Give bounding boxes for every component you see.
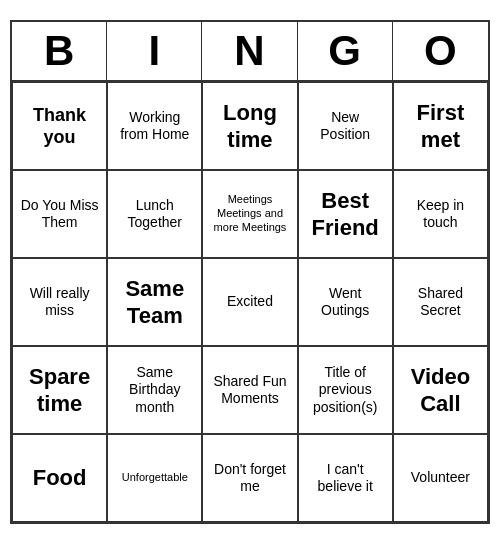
bingo-letter-n: N [202,22,297,80]
bingo-cell-15[interactable]: Spare time [12,346,107,434]
bingo-cell-8[interactable]: Best Friend [298,170,393,258]
bingo-cell-12[interactable]: Excited [202,258,297,346]
bingo-header: BINGO [12,22,488,82]
bingo-cell-2[interactable]: Long time [202,82,297,170]
bingo-letter-i: I [107,22,202,80]
bingo-letter-o: O [393,22,488,80]
bingo-cell-22[interactable]: Don't forget me [202,434,297,522]
bingo-letter-g: G [298,22,393,80]
bingo-cell-19[interactable]: Video Call [393,346,488,434]
bingo-cell-20[interactable]: Food [12,434,107,522]
bingo-cell-9[interactable]: Keep in touch [393,170,488,258]
bingo-cell-11[interactable]: Same Team [107,258,202,346]
bingo-cell-18[interactable]: Title of previous position(s) [298,346,393,434]
bingo-grid: Thank youWorking from HomeLong timeNew P… [12,82,488,522]
bingo-cell-24[interactable]: Volunteer [393,434,488,522]
bingo-cell-1[interactable]: Working from Home [107,82,202,170]
bingo-cell-4[interactable]: First met [393,82,488,170]
bingo-cell-16[interactable]: Same Birthday month [107,346,202,434]
bingo-letter-b: B [12,22,107,80]
bingo-cell-10[interactable]: Will really miss [12,258,107,346]
bingo-cell-21[interactable]: Unforgettable [107,434,202,522]
bingo-cell-7[interactable]: Meetings Meetings and more Meetings [202,170,297,258]
bingo-card: BINGO Thank youWorking from HomeLong tim… [10,20,490,524]
bingo-cell-5[interactable]: Do You Miss Them [12,170,107,258]
bingo-cell-14[interactable]: Shared Secret [393,258,488,346]
bingo-cell-17[interactable]: Shared Fun Moments [202,346,297,434]
bingo-cell-3[interactable]: New Position [298,82,393,170]
bingo-cell-13[interactable]: Went Outings [298,258,393,346]
bingo-cell-6[interactable]: Lunch Together [107,170,202,258]
bingo-cell-23[interactable]: I can't believe it [298,434,393,522]
bingo-cell-0[interactable]: Thank you [12,82,107,170]
